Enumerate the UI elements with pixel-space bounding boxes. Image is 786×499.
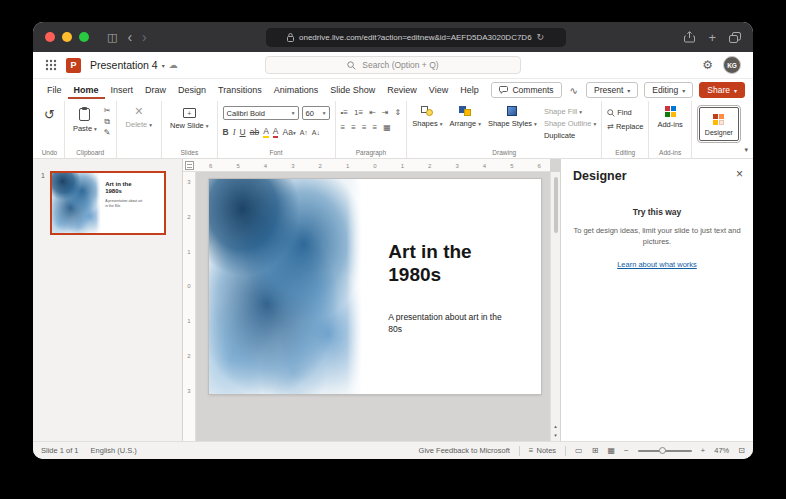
duplicate-button[interactable]: Duplicate — [544, 131, 596, 140]
settings-gear-icon[interactable]: ⚙ — [702, 58, 713, 72]
shape-styles-button[interactable]: Shape Styles▾ — [488, 106, 537, 128]
grow-font-button[interactable]: A↑ — [300, 129, 308, 136]
line-spacing-icon[interactable]: ⇕ — [395, 108, 402, 117]
undo-icon: ↺ — [44, 108, 55, 121]
align-center-icon[interactable]: ≡ — [351, 123, 356, 132]
undo-button[interactable]: ↺ — [40, 106, 59, 123]
format-painter-icon[interactable]: ✎ — [104, 129, 111, 138]
paste-button[interactable]: Paste▾ — [70, 106, 100, 133]
vertical-scrollbar[interactable]: ▴ ▾ — [550, 172, 560, 441]
copy-icon[interactable]: ⧉ — [104, 118, 110, 127]
back-button[interactable]: ‹ — [127, 30, 132, 44]
menu-insert[interactable]: Insert — [105, 81, 140, 99]
normal-view-icon[interactable]: ▭ — [575, 446, 583, 455]
underline-button[interactable]: U — [240, 128, 246, 137]
next-slide-icon[interactable]: ▾ — [554, 432, 557, 438]
zoom-in-icon[interactable]: + — [701, 446, 706, 455]
tab-overview-icon[interactable] — [729, 32, 741, 43]
language-button[interactable]: English (U.S.) — [91, 446, 137, 455]
replace-button[interactable]: ⇄ Replace — [607, 122, 643, 131]
shrink-font-button[interactable]: A↓ — [312, 129, 320, 136]
menu-file[interactable]: File — [41, 81, 68, 99]
zoom-out-icon[interactable]: − — [624, 446, 629, 455]
strikethrough-button[interactable]: ab — [250, 128, 259, 137]
menu-animations[interactable]: Animations — [268, 81, 325, 99]
forward-button[interactable]: › — [142, 30, 147, 44]
undo-group: ↺ Undo — [35, 101, 65, 158]
powerpoint-logo[interactable]: P — [66, 58, 81, 73]
fit-to-window-icon[interactable]: ⊡ — [738, 446, 745, 455]
document-title[interactable]: Presentation 4 ▾ ☁ — [90, 59, 178, 71]
comments-button[interactable]: Comments — [491, 82, 561, 98]
shapes-button[interactable]: Shapes▾ — [412, 106, 442, 128]
bullets-icon[interactable]: •≡ — [341, 108, 348, 117]
zoom-slider[interactable] — [638, 450, 692, 452]
designer-learn-link[interactable]: Learn about what works — [617, 260, 697, 269]
editing-mode-button[interactable]: Editing ▾ — [644, 82, 693, 98]
increase-indent-icon[interactable]: ⇥ — [382, 108, 389, 117]
highlight-color-button[interactable]: A — [263, 127, 269, 138]
slide-title[interactable]: Art in the 1980s — [388, 241, 500, 287]
previous-slide-icon[interactable]: ▴ — [554, 423, 557, 429]
notes-button[interactable]: ≡ Notes — [529, 446, 556, 455]
new-slide-button[interactable]: + New Slide▾ — [167, 106, 212, 130]
activity-icon[interactable]: ∿ — [568, 85, 580, 96]
align-right-icon[interactable]: ≡ — [362, 123, 367, 132]
minimize-window-button[interactable] — [62, 32, 72, 42]
font-name-select[interactable]: Calibri Bold ▾ — [223, 106, 299, 120]
zoom-window-button[interactable] — [79, 32, 89, 42]
italic-button[interactable]: I — [233, 128, 236, 137]
zoom-level[interactable]: 47% — [714, 446, 729, 455]
font-size-select[interactable]: 60 ▾ — [302, 106, 330, 120]
shape-outline-button[interactable]: Shape Outline▾ — [544, 119, 596, 128]
close-icon[interactable]: × — [736, 167, 743, 181]
bold-button[interactable]: B — [223, 128, 229, 137]
app-launcher-icon[interactable] — [45, 59, 57, 71]
font-name-value: Calibri Bold — [227, 109, 265, 118]
menu-slide-show[interactable]: Slide Show — [324, 81, 381, 99]
watercolor-image[interactable] — [209, 179, 362, 394]
menu-transitions[interactable]: Transitions — [212, 81, 268, 99]
feedback-link[interactable]: Give Feedback to Microsoft — [419, 446, 510, 455]
menu-view[interactable]: View — [423, 81, 454, 99]
menu-draw[interactable]: Draw — [139, 81, 172, 99]
menu-home[interactable]: Home — [68, 81, 105, 99]
new-tab-icon[interactable]: + — [708, 31, 716, 44]
scrollbar-thumb[interactable] — [554, 177, 558, 233]
avatar[interactable]: KG — [723, 56, 741, 74]
cut-icon[interactable]: ✂ — [104, 107, 111, 116]
address-bar[interactable]: onedrive.live.com/edit?action=editnew&id… — [266, 28, 566, 47]
slide-subtitle[interactable]: A presentation about art in the 80s — [388, 312, 512, 335]
delete-button[interactable]: ✕ Delete▾ — [122, 106, 156, 129]
ruler-corner-icon[interactable] — [185, 161, 194, 170]
slide-thumbnail[interactable]: Art in the 1980s A presentation about ar… — [50, 171, 166, 235]
reload-icon[interactable]: ↻ — [537, 33, 545, 42]
shape-fill-button[interactable]: Shape Fill▾ — [544, 107, 596, 116]
justify-icon[interactable]: ≡ — [373, 123, 378, 132]
arrange-button[interactable]: Arrange▾ — [449, 106, 480, 128]
sidebar-toggle-icon[interactable]: ◫ — [107, 32, 117, 43]
menu-design[interactable]: Design — [172, 81, 212, 99]
addins-button[interactable]: Add-ins — [654, 106, 685, 129]
share-icon[interactable] — [684, 31, 695, 43]
text-direction-icon[interactable]: ▦ — [383, 123, 391, 132]
slide-sorter-view-icon[interactable]: ⊞ — [592, 446, 599, 455]
align-left-icon[interactable]: ≡ — [341, 123, 346, 132]
designer-panel-content: Try this way To get design ideas, limit … — [573, 207, 741, 271]
change-case-button[interactable]: Aa▾ — [282, 128, 295, 137]
numbering-icon[interactable]: 1≡ — [354, 108, 363, 117]
slideshow-view-icon[interactable]: ▦ — [607, 446, 615, 455]
slide[interactable]: Art in the 1980s A presentation about ar… — [209, 179, 541, 394]
menu-review[interactable]: Review — [381, 81, 423, 99]
search-input[interactable]: Search (Option + Q) — [265, 56, 521, 74]
find-button[interactable]: Find — [607, 108, 632, 117]
collapse-ribbon-icon[interactable]: ▾ — [744, 146, 748, 154]
present-button[interactable]: Present ▾ — [586, 82, 638, 98]
decrease-indent-icon[interactable]: ⇤ — [369, 108, 376, 117]
font-color-button[interactable]: A — [273, 127, 279, 138]
menu-help[interactable]: Help — [454, 81, 485, 99]
share-button[interactable]: Share ▾ — [699, 82, 745, 98]
close-window-button[interactable] — [45, 32, 55, 42]
zoom-slider-knob[interactable] — [659, 447, 666, 454]
designer-button[interactable]: Designer — [699, 107, 739, 141]
